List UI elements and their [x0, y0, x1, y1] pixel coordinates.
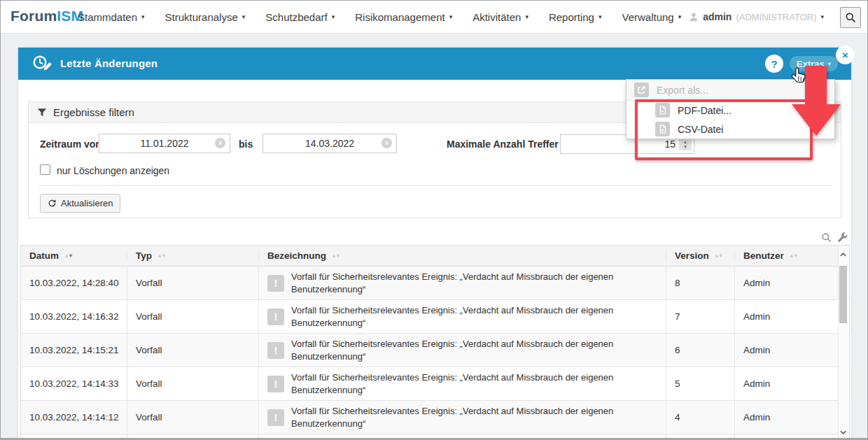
nav-item-label: Aktivitäten [472, 11, 521, 23]
column-header-bezeichnung[interactable]: Bezeichnung▴▾ [259, 250, 666, 261]
deletions-only-label: nur Löschungen anzeigen [57, 165, 169, 176]
column-header-version[interactable]: Version▴▾ [666, 250, 735, 261]
changes-table: Datum▴▾ Typ▴▾ Bezeichnung▴▾ Version▴▾ Be… [20, 245, 850, 440]
warning-icon: ! [267, 342, 284, 359]
scroll-down-icon[interactable] [840, 427, 846, 437]
nav-item-strukturanalyse[interactable]: Strukturanalyse▾ [165, 11, 246, 23]
sort-icons[interactable]: ▴▾ [715, 253, 722, 259]
date-to-value: 14.03.2022 [305, 138, 354, 149]
cell-typ: Vorfall [127, 334, 259, 367]
sort-desc-icon: ▾ [720, 253, 722, 259]
sort-desc-icon: ▾ [794, 253, 797, 259]
help-button[interactable]: ? [765, 55, 783, 73]
nav-item-label: Risikomanagement [355, 11, 444, 23]
table-row[interactable]: 10.03.2022, 14:14:12 Vorfall !Vorfall fü… [21, 401, 849, 434]
table-row[interactable]: 10.03.2022, 14:14:33 Vorfall !Vorfall fü… [21, 367, 849, 401]
nav-item-reporting[interactable]: Reporting▾ [549, 11, 602, 23]
cell-typ: Vorfall [127, 267, 259, 299]
sort-asc-icon: ▴ [65, 253, 68, 259]
cell-benutzer: Admin [735, 401, 839, 434]
column-label: Bezeichnung [267, 250, 326, 261]
table-row[interactable]: 10.03.2022, 14:28:40 Vorfall !Vorfall fü… [21, 267, 849, 300]
column-header-benutzer[interactable]: Benutzer▴▾ [735, 250, 839, 261]
column-label: Datum [29, 250, 59, 261]
nav-item-aktivitaeten[interactable]: Aktivitäten▾ [472, 11, 528, 23]
nav-item-verwaltung[interactable]: Verwaltung▾ [622, 11, 682, 23]
table-search-icon[interactable] [821, 232, 832, 246]
bezeichnung-text: Vorfall für Sicherheitsrelevantes Ereign… [291, 338, 655, 363]
table-row[interactable]: 10.03.2022, 14:15:21 Vorfall !Vorfall fü… [21, 334, 849, 367]
table-row[interactable]: 10.03.2022, 14:16:32 Vorfall !Vorfall fü… [21, 300, 849, 334]
cell-benutzer: Admin [735, 267, 839, 299]
top-nav: ForumISM Stammdaten▾ Strukturanalyse▾ Sc… [1, 1, 867, 33]
chevron-down-icon: ▾ [598, 13, 602, 20]
cell-version [666, 434, 735, 440]
bezeichnung-text: Vorfall für Sicherheitsrelevantes Ereign… [291, 304, 655, 329]
sort-desc-icon: ▾ [162, 253, 165, 259]
history-edit-icon [32, 53, 55, 77]
date-to-input[interactable]: 14.03.2022 × [262, 134, 397, 153]
table-scrollbar[interactable] [838, 246, 848, 440]
scroll-up-icon[interactable] [840, 249, 846, 260]
cell-version: 4 [666, 401, 735, 434]
main-menu: Stammdaten▾ Strukturanalyse▾ Schutzbedar… [78, 1, 681, 33]
annotation-highlight-box [635, 99, 813, 160]
clear-icon[interactable]: × [382, 138, 392, 148]
nav-item-label: Schutzbedarf [265, 11, 327, 23]
cell-datum: 10.03.2022, 14:14:12 [21, 401, 127, 434]
nav-item-label: Verwaltung [622, 11, 674, 23]
chevron-down-icon: ▾ [525, 13, 528, 20]
nav-item-risikomanagement[interactable]: Risikomanagement▾ [355, 11, 452, 23]
app-window: ForumISM Stammdaten▾ Strukturanalyse▾ Sc… [0, 0, 868, 440]
sort-icons[interactable]: ▴▾ [65, 253, 72, 259]
sort-icons[interactable]: ▴▾ [790, 253, 797, 259]
filter-divider [38, 185, 832, 186]
sort-icons[interactable]: ▴▾ [158, 253, 165, 259]
table-settings-wrench-icon[interactable] [837, 232, 848, 246]
column-header-datum[interactable]: Datum▴▾ [21, 250, 127, 261]
cell-bezeichnung: !Vorfall für Sicherheitsrelevantes Ereig… [259, 267, 666, 299]
chevron-down-icon: ▾ [141, 13, 145, 20]
cell-datum: 10.03.2022, 14:14:33 [21, 367, 127, 400]
panel-header: Letzte Änderungen ? Extras ▾ × [18, 48, 851, 80]
cell-version: 7 [666, 300, 735, 333]
warning-icon: ! [267, 275, 284, 292]
global-search-button[interactable] [840, 7, 861, 28]
sort-icons[interactable]: ▴▾ [332, 253, 340, 259]
deletions-only-checkbox[interactable] [40, 164, 50, 175]
column-header-typ[interactable]: Typ▴▾ [127, 250, 259, 261]
cell-datum: 10.03.2022, 14:15:21 [21, 334, 127, 367]
scrollbar-thumb[interactable] [839, 266, 847, 323]
page-title: Letzte Änderungen [60, 57, 158, 69]
cell-bezeichnung: !Vorfall für Sicherheitsrelevantes Ereig… [259, 367, 666, 400]
date-to-label: bis [239, 139, 253, 150]
cell-typ: Vorfall [127, 401, 259, 434]
hand-cursor-icon [790, 66, 809, 87]
sort-desc-icon: ▾ [337, 253, 340, 259]
cell-bezeichnung: !Vorfall für Sicherheitsrelevantes Ereig… [259, 300, 666, 333]
nav-item-label: Reporting [549, 11, 594, 23]
logo-part-forum: Forum [10, 8, 57, 24]
refresh-button[interactable]: Aktualisieren [40, 194, 120, 213]
cell-typ: Vorfall [127, 367, 259, 400]
close-panel-button[interactable]: × [836, 45, 855, 64]
warning-icon: ! [267, 409, 284, 426]
search-icon [845, 12, 856, 23]
cell-typ: Vorfall [127, 300, 259, 333]
date-from-label: Zeitraum von [40, 139, 102, 150]
user-icon [689, 12, 699, 22]
refresh-icon [48, 199, 57, 208]
nav-item-schutzbedarf[interactable]: Schutzbedarf▾ [265, 11, 335, 23]
cell-bezeichnung: !Vorfall für Sicherheitsrelevantes Ereig… [259, 334, 666, 367]
bezeichnung-text: Vorfall für Sicherheitsrelevantes Ereign… [291, 271, 655, 296]
cell-datum: 10.03.2022, 14:28:40 [21, 267, 127, 299]
date-from-input[interactable]: 11.01.2022 × [99, 134, 230, 153]
cell-version: 6 [666, 334, 735, 367]
user-menu[interactable]: admin (ADMINISTRATOR) ▾ [689, 1, 824, 33]
bezeichnung-text: Vorfall für Sicherheitsrelevantes Ereign… [291, 371, 655, 397]
filter-title: Ergebnisse filtern [53, 106, 134, 118]
nav-item-stammdaten[interactable]: Stammdaten▾ [78, 11, 145, 23]
app-logo[interactable]: ForumISM [10, 8, 83, 24]
table-row-partial: ! [21, 434, 849, 440]
clear-icon[interactable]: × [215, 138, 225, 148]
